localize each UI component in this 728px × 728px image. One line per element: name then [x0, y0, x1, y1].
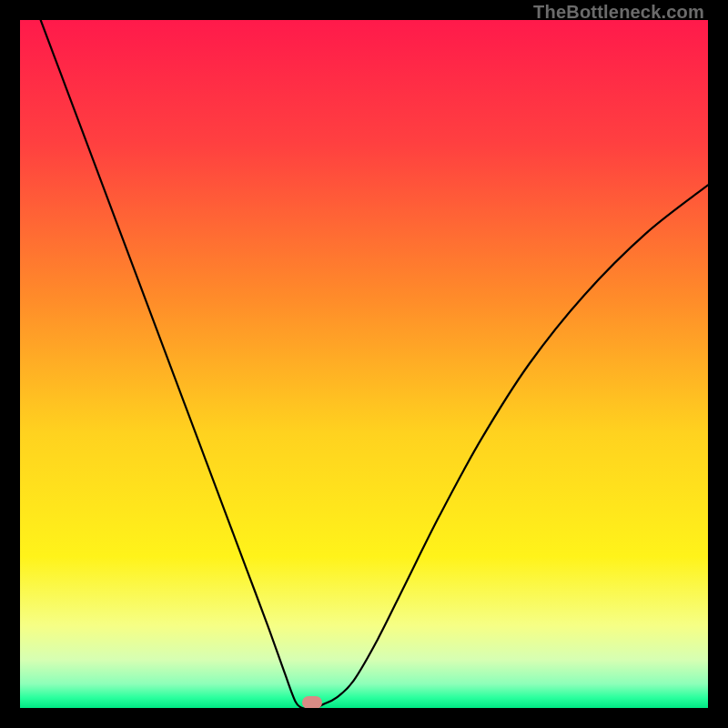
chart-frame: TheBottleneck.com	[0, 0, 728, 728]
svg-rect-0	[20, 20, 708, 708]
plot-area	[20, 20, 708, 708]
background-gradient	[20, 20, 708, 708]
optimal-point-marker	[302, 696, 322, 708]
watermark-text: TheBottleneck.com	[533, 2, 704, 23]
